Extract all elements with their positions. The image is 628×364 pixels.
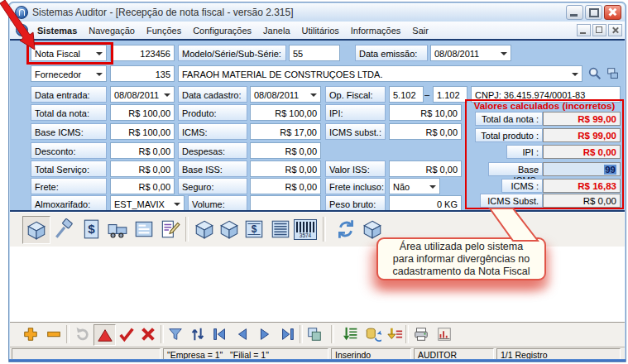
copy-grid-icon[interactable] — [304, 324, 324, 344]
mdi-minimize-button[interactable] — [577, 24, 591, 36]
calculated-values-title: Valores calculados (incorretos) — [467, 101, 622, 111]
lined-report-icon[interactable] — [267, 216, 294, 242]
valor-iss-input[interactable]: R$ 0,00 — [389, 160, 462, 177]
mdi-restore-button[interactable] — [592, 24, 606, 36]
window-title: Sistemas Auditor - [Recepção de nota fis… — [32, 7, 564, 18]
remove-record-icon[interactable] — [43, 324, 64, 344]
fornecedor-name-select[interactable]: FARAOH MATERIAL DE CONSTRUÇOES LTDA. — [178, 65, 582, 82]
annotation-highlight-box — [26, 42, 113, 65]
fornecedor-code-input[interactable]: 135 — [110, 65, 175, 82]
close-button[interactable] — [604, 5, 621, 20]
icms-input[interactable]: R$ 17,00 — [250, 123, 321, 140]
despesas-input[interactable]: R$ 0,00 — [250, 142, 321, 159]
data-emissao-select[interactable]: 08/08/2011 — [430, 45, 511, 61]
total-nota-input[interactable]: R$ 100,00 — [110, 104, 175, 121]
data-cadastro-select[interactable]: 08/08/2011 — [250, 86, 321, 103]
menu-janela[interactable]: Janela — [257, 24, 295, 37]
add-record-icon[interactable] — [20, 324, 41, 344]
annotation-callout: Área utilizada pelo sistema para informa… — [376, 237, 546, 280]
cancel-x-icon[interactable] — [137, 324, 158, 344]
fornecedor-type-select[interactable]: Fornecedor — [31, 65, 107, 82]
toolbar-separator — [161, 325, 164, 343]
svg-text:$: $ — [88, 222, 95, 236]
framed-money-icon[interactable]: $ — [241, 216, 267, 242]
box-receive-icon[interactable] — [191, 216, 218, 242]
calc-icms-subst-value: R$ 0,00 — [543, 194, 621, 208]
toolbar-separator — [300, 325, 303, 343]
volume-input[interactable] — [250, 195, 321, 212]
minimize-button[interactable] — [566, 5, 583, 20]
base-icms-input[interactable]: R$ 100,00 — [110, 123, 175, 140]
menu-sistemas[interactable]: Sistemas — [31, 24, 83, 37]
copy-supplier-icon[interactable] — [606, 66, 621, 81]
op-fiscal-input-2[interactable]: 1.102 — [433, 86, 467, 103]
icms-subst-input[interactable]: R$ 0,00 — [389, 123, 462, 140]
svg-text:$: $ — [252, 223, 257, 235]
frete-label: Frete: — [31, 178, 107, 194]
menu-informacoes[interactable]: Informações — [345, 24, 407, 37]
desconto-input[interactable]: R$ 0,00 — [110, 142, 175, 159]
filter-funnel-icon[interactable] — [165, 324, 185, 344]
volume-label: Volume: — [188, 195, 247, 212]
callout-line-3: cadastramento da Nota Fiscal — [392, 266, 530, 278]
printer-icon[interactable] — [410, 324, 431, 344]
total-servico-input[interactable]: R$ 0,00 — [110, 160, 175, 177]
chart-icon[interactable] — [434, 324, 454, 344]
nav-first-icon[interactable] — [209, 324, 230, 344]
report-list-icon[interactable] — [131, 216, 157, 242]
restore-button[interactable] — [585, 5, 602, 20]
calc-icms-value: R$ 16,83 — [543, 179, 621, 193]
search-icon[interactable] — [587, 66, 602, 81]
frete-input[interactable]: R$ 0,00 — [110, 178, 175, 194]
seguro-label: Seguro: — [178, 178, 247, 194]
edit-notes-icon[interactable] — [156, 216, 183, 242]
barcode-icon[interactable]: 3574 — [292, 216, 319, 242]
nav-prev-icon[interactable] — [232, 324, 252, 344]
almoxarifado-select[interactable]: EST_MAVIX — [110, 195, 185, 212]
db-refresh-icon[interactable] — [362, 324, 383, 344]
refresh-icon[interactable] — [333, 216, 359, 242]
callout-line-1: Área utilizada pelo sistema — [400, 241, 523, 253]
data-entrada-select[interactable]: 08/08/2011 — [110, 86, 175, 103]
truck-icon[interactable] — [104, 216, 131, 242]
nota-fiscal-number-input[interactable]: 123456 — [110, 45, 175, 61]
modelo-serie-input[interactable]: 55 — [289, 45, 340, 61]
frete-incluso-select[interactable]: Não — [389, 178, 440, 194]
undo-icon[interactable] — [71, 324, 92, 344]
calc-base-icms-value[interactable]: 99 — [543, 162, 621, 176]
menu-configuracoes[interactable]: Configurações — [187, 24, 257, 37]
nota-fiscal-form: Nota Fiscal 123456 Modelo/Série/Sub-Séri… — [10, 41, 625, 210]
import-rows-icon[interactable] — [341, 324, 362, 344]
calc-total-produto-label: Total produto : — [475, 128, 543, 142]
data-emissao-label: Data emissão: — [355, 45, 428, 61]
nav-last-icon[interactable] — [276, 324, 297, 344]
menu-navegacao[interactable]: Navegação — [83, 24, 141, 37]
box-stock-icon[interactable] — [216, 216, 242, 242]
hammer-icon[interactable] — [50, 216, 77, 242]
op-fiscal-input-1[interactable]: 5.102 — [389, 86, 424, 103]
calc-ipi-label: IPI : — [506, 145, 543, 159]
confirm-check-icon[interactable] — [116, 324, 137, 344]
nav-next-icon[interactable] — [254, 324, 275, 344]
seguro-input[interactable]: R$ 0,00 — [250, 178, 321, 194]
toolbar-separator — [331, 325, 334, 343]
peso-bruto-input[interactable]: 0 KG — [389, 195, 462, 212]
alert-triangle-icon[interactable] — [93, 324, 116, 346]
calc-total-nota-value: R$ 99,00 — [543, 112, 621, 126]
invoice-money-icon[interactable]: $ — [79, 216, 105, 242]
ipi-input[interactable]: R$ 10,00 — [389, 104, 462, 121]
produto-input[interactable]: R$ 100,00 — [250, 104, 321, 121]
base-iss-input[interactable]: R$ 0,00 — [250, 160, 321, 177]
menu-funcoes[interactable]: Funções — [141, 24, 187, 37]
app-logo-icon — [15, 6, 28, 19]
menu-utilitarios[interactable]: Utilitários — [296, 24, 345, 37]
toolbar-separator — [405, 325, 409, 343]
op-fiscal-label: Op. Fiscal: — [325, 86, 386, 103]
mdi-child-icon — [16, 24, 28, 36]
export-down-icon[interactable] — [384, 324, 405, 344]
product-box-icon[interactable] — [22, 216, 50, 244]
calc-total-nota-label: Total da nota : — [475, 112, 543, 126]
sort-icon[interactable] — [187, 324, 208, 344]
menu-sair[interactable]: Sair — [406, 24, 434, 37]
mdi-close-button[interactable] — [608, 24, 622, 36]
